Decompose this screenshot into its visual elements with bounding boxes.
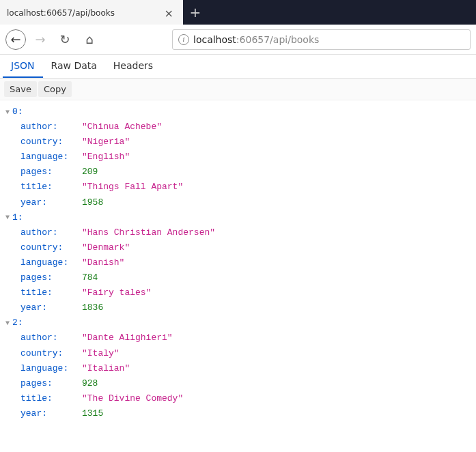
json-value: "Things Fall Apart" — [82, 180, 183, 195]
json-value: 1958 — [82, 195, 103, 210]
url-rest: :60657/api/books — [236, 34, 319, 45]
json-value: "Chinua Achebe" — [82, 119, 162, 135]
copy-button[interactable]: Copy — [38, 81, 72, 97]
json-value: "Denmark" — [82, 240, 130, 255]
json-view: ▼ 0: author:"Chinua Achebe" country:"Nig… — [0, 100, 476, 425]
new-tab-button[interactable]: + — [183, 0, 208, 25]
json-value: 1836 — [82, 300, 103, 315]
json-value: 1315 — [82, 406, 103, 421]
json-value: "Danish" — [82, 255, 124, 270]
browser-tab[interactable]: localhost:60657/api/books × — [0, 0, 183, 25]
json-key: author: — [20, 119, 82, 135]
json-value: "Italian" — [82, 361, 130, 376]
back-button[interactable]: ← — [5, 29, 26, 50]
view-tabs: JSON Raw Data Headers — [0, 55, 476, 79]
json-key: country: — [20, 135, 82, 150]
toolbar: ← → ↻ ⌂ i localhost:60657/api/books — [0, 25, 476, 55]
json-key: language: — [20, 255, 82, 270]
json-value: 928 — [82, 376, 98, 391]
chevron-down-icon[interactable]: ▼ — [5, 212, 12, 223]
json-index-row[interactable]: ▼ 2: — [5, 315, 471, 330]
json-value: "The Divine Comedy" — [82, 391, 183, 406]
json-value: 209 — [82, 165, 98, 180]
json-key: language: — [20, 361, 82, 376]
url-text: localhost:60657/api/books — [193, 34, 319, 45]
forward-button[interactable]: → — [30, 29, 51, 50]
json-index: 0: — [12, 104, 23, 119]
json-key: country: — [20, 346, 82, 361]
json-key: language: — [20, 150, 82, 165]
json-index: 2: — [12, 315, 23, 330]
action-bar: Save Copy — [0, 79, 476, 100]
tab-headers[interactable]: Headers — [105, 55, 161, 78]
titlebar: localhost:60657/api/books × + — [0, 0, 476, 25]
json-value: "Fairy tales" — [82, 285, 151, 300]
json-entry: ▼ 1: author:"Hans Christian Andersen" co… — [5, 210, 471, 316]
json-value: "Dante Alighieri" — [82, 330, 173, 345]
json-value: "Nigeria" — [82, 135, 130, 150]
url-host: localhost — [193, 34, 236, 45]
json-key: country: — [20, 240, 82, 255]
json-key: author: — [20, 330, 82, 345]
home-button[interactable]: ⌂ — [79, 29, 100, 50]
chevron-down-icon[interactable]: ▼ — [5, 107, 12, 118]
tab-json[interactable]: JSON — [3, 55, 43, 78]
chevron-down-icon[interactable]: ▼ — [5, 317, 12, 329]
json-value: 784 — [82, 270, 98, 285]
tab-raw-data[interactable]: Raw Data — [43, 55, 105, 78]
url-bar[interactable]: i localhost:60657/api/books — [172, 29, 471, 50]
json-key: year: — [20, 195, 82, 210]
tab-title: localhost:60657/api/books — [7, 8, 162, 18]
reload-button[interactable]: ↻ — [55, 29, 75, 50]
info-icon[interactable]: i — [178, 34, 189, 45]
json-key: title: — [20, 391, 82, 406]
json-key: title: — [20, 285, 82, 300]
json-index-row[interactable]: ▼ 1: — [5, 210, 471, 225]
close-icon[interactable]: × — [162, 7, 176, 20]
json-key: year: — [20, 300, 82, 315]
json-entry: ▼ 2: author:"Dante Alighieri" country:"I… — [5, 315, 471, 421]
json-key: year: — [20, 406, 82, 421]
json-entry: ▼ 0: author:"Chinua Achebe" country:"Nig… — [5, 104, 471, 210]
json-key: pages: — [20, 270, 82, 285]
save-button[interactable]: Save — [4, 81, 37, 97]
json-index: 1: — [12, 210, 23, 225]
json-value: "English" — [82, 150, 130, 165]
json-key: pages: — [20, 376, 82, 391]
json-value: "Hans Christian Andersen" — [82, 225, 215, 240]
json-index-row[interactable]: ▼ 0: — [5, 104, 471, 119]
json-key: title: — [20, 180, 82, 195]
json-value: "Italy" — [82, 346, 120, 361]
json-key: author: — [20, 225, 82, 240]
json-key: pages: — [20, 165, 82, 180]
